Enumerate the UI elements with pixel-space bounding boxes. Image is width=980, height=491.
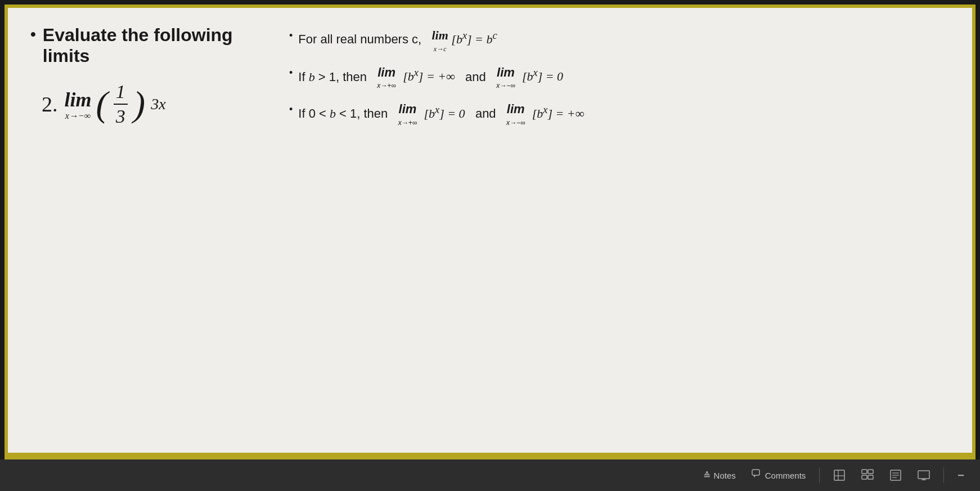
slide-sorter-icon xyxy=(861,469,874,481)
rule-2-lim2: lim x→−∞ xyxy=(496,64,515,91)
svg-rect-8 xyxy=(868,475,873,479)
rule-1-lim: lim x→c xyxy=(432,27,448,54)
lim-subscript: x→−∞ xyxy=(65,111,91,120)
taskbar-divider-1 xyxy=(819,467,820,483)
slideshow-button[interactable] xyxy=(913,467,934,484)
reading-view-button[interactable] xyxy=(885,467,906,484)
rule-2-lim1: lim x→+∞ xyxy=(377,64,396,91)
reading-view-icon xyxy=(889,469,902,481)
fraction: 1 3 xyxy=(114,81,128,127)
svg-rect-0 xyxy=(752,470,759,475)
rule-bullet-1: • xyxy=(289,29,293,43)
right-column: • For all real numbers c, lim x→c [bx] =… xyxy=(289,25,950,441)
taskbar-divider-2 xyxy=(943,467,944,483)
rule-1-text: For all real numbers c, lim x→c [bx] = b… xyxy=(298,27,497,54)
svg-rect-7 xyxy=(862,475,867,479)
rule-3-lim2: lim x→−∞ xyxy=(506,101,525,128)
taskbar: ≙ Notes Comments xyxy=(0,459,980,491)
rule-1: • For all real numbers c, lim x→c [bx] =… xyxy=(289,27,950,54)
comments-button[interactable]: Comments xyxy=(747,467,811,484)
comments-icon xyxy=(752,469,762,481)
svg-marker-1 xyxy=(754,475,756,477)
rule-1-math: lim x→c [bx] = bc xyxy=(432,32,497,46)
fraction-paren-close: ) xyxy=(133,86,145,122)
svg-rect-13 xyxy=(918,471,929,479)
lim-word: lim xyxy=(65,88,92,111)
rule-2-text: If b > 1, then lim x→+∞ [bx] = +∞ and li… xyxy=(298,64,563,91)
notes-button[interactable]: ≙ Notes xyxy=(699,468,740,483)
problem-number: 2. xyxy=(42,92,58,117)
rule-bullet-3: • xyxy=(289,102,293,117)
slide-sorter-button[interactable] xyxy=(857,467,878,484)
rule-3: • If 0 < b < 1, then lim x→+∞ [bx] = 0 a… xyxy=(289,101,950,128)
left-column: • Evaluate the following limits 2. lim x… xyxy=(30,25,267,441)
exponent-3x: 3x xyxy=(151,95,165,113)
notes-icon: ≙ xyxy=(703,470,711,481)
comments-label: Comments xyxy=(765,471,806,480)
minus-icon: − xyxy=(957,469,964,482)
fraction-denominator: 3 xyxy=(114,105,128,127)
rule-3-text: If 0 < b < 1, then lim x→+∞ [bx] = 0 and… xyxy=(298,101,584,128)
normal-view-button[interactable] xyxy=(829,467,850,484)
lim-wrapper: lim x→−∞ xyxy=(65,88,92,120)
heading-text: Evaluate the following limits xyxy=(43,25,267,66)
svg-rect-5 xyxy=(862,470,867,474)
fraction-numerator: 1 xyxy=(114,81,128,105)
evaluate-heading: • Evaluate the following limits xyxy=(30,25,267,66)
slideshow-icon xyxy=(918,469,930,481)
fraction-paren-open: ( xyxy=(96,86,108,122)
rule-2: • If b > 1, then lim x→+∞ [bx] = +∞ and … xyxy=(289,64,950,91)
minus-button[interactable]: − xyxy=(953,467,969,484)
svg-rect-2 xyxy=(834,470,844,480)
normal-view-icon xyxy=(833,469,846,481)
rule-3-lim1: lim x→+∞ xyxy=(398,101,417,128)
svg-rect-6 xyxy=(868,470,873,474)
rule-bullet-2: • xyxy=(289,66,293,80)
problem-2: 2. lim x→−∞ ( 1 3 ) 3x xyxy=(30,81,267,127)
notes-label: Notes xyxy=(714,471,736,480)
slide-bottom-border xyxy=(8,453,972,456)
bullet-dot-1: • xyxy=(30,25,36,44)
